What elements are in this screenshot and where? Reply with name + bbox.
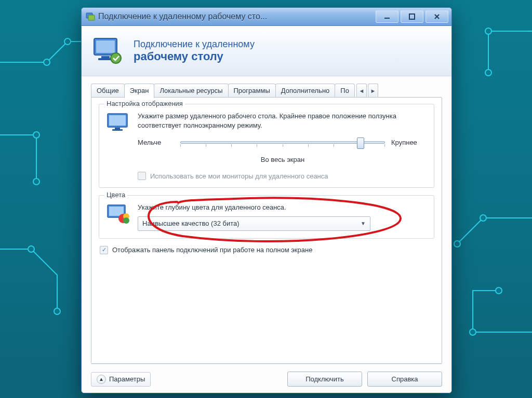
connect-button[interactable]: Подключить xyxy=(287,372,362,387)
tab-overflow[interactable]: По xyxy=(335,84,355,98)
tab-advanced[interactable]: Дополнительно xyxy=(275,84,336,98)
svg-rect-13 xyxy=(88,15,95,20)
header-banner: Подключение к удаленному рабочему столу xyxy=(82,26,451,76)
color-depth-dropdown[interactable]: Наивысшее качество (32 бита) ▼ xyxy=(138,216,370,231)
multimonitor-label: Использовать все мои мониторы для удален… xyxy=(150,172,328,180)
svg-point-4 xyxy=(28,246,34,252)
svg-rect-23 xyxy=(115,128,120,129)
svg-point-29 xyxy=(123,217,129,224)
svg-rect-17 xyxy=(96,40,115,53)
svg-point-10 xyxy=(470,329,476,335)
tabs-bar: Общие Экран Локальные ресурсы Программы … xyxy=(91,83,442,97)
group-display-legend: Настройка отображения xyxy=(104,100,185,107)
chevron-up-icon: ▲ xyxy=(97,375,106,384)
minimize-button[interactable] xyxy=(376,10,398,23)
help-button[interactable]: Справка xyxy=(367,372,442,387)
svg-point-8 xyxy=(480,215,486,221)
options-button-label: Параметры xyxy=(109,375,145,383)
connection-bar-label: Отображать панель подключений при работе… xyxy=(112,246,312,254)
monitor-icon xyxy=(105,112,130,180)
maximize-button[interactable] xyxy=(401,10,423,23)
banner-subtitle: Подключение к удаленному xyxy=(134,39,255,50)
dialog-footer: ▲ Параметры Подключить Справка xyxy=(91,364,442,387)
svg-rect-24 xyxy=(112,129,123,131)
tab-panel-display: Настройка отображения Укажите размер у xyxy=(91,97,442,364)
svg-point-11 xyxy=(496,287,502,294)
group-colors-legend: Цвета xyxy=(104,191,127,199)
colors-description: Укажите глубину цвета для удаленного сеа… xyxy=(138,203,428,212)
slider-thumb[interactable] xyxy=(357,138,364,149)
tabs-scroll-right[interactable]: ► xyxy=(368,84,378,98)
tabs-scroll-left[interactable]: ◄ xyxy=(356,84,367,98)
tab-programs[interactable]: Программы xyxy=(228,84,276,98)
svg-rect-15 xyxy=(409,14,415,19)
svg-point-2 xyxy=(33,132,39,138)
slider-min-label: Мельче xyxy=(138,139,174,146)
chevron-down-icon: ▼ xyxy=(361,221,366,226)
rdp-window: Подключение к удаленному рабочему сто... xyxy=(81,7,452,393)
svg-point-0 xyxy=(44,59,50,65)
svg-point-9 xyxy=(454,241,460,247)
svg-point-1 xyxy=(64,38,71,45)
palette-icon xyxy=(105,203,130,231)
svg-point-20 xyxy=(111,53,121,63)
fullscreen-indicator: Во весь экран xyxy=(138,156,428,163)
rdp-logo-icon xyxy=(92,36,125,65)
tab-general[interactable]: Общие xyxy=(91,84,125,98)
slider-max-label: Крупнее xyxy=(391,139,428,146)
tab-local-resources[interactable]: Локальные ресурсы xyxy=(154,84,228,98)
svg-rect-14 xyxy=(384,18,390,19)
svg-point-3 xyxy=(33,179,39,185)
svg-point-5 xyxy=(54,308,60,314)
close-button[interactable] xyxy=(425,10,448,23)
svg-point-6 xyxy=(485,28,491,34)
group-colors: Цвета Укажите глубину xyxy=(99,195,434,239)
options-toggle-button[interactable]: ▲ Параметры xyxy=(91,372,151,387)
tab-display[interactable]: Экран xyxy=(124,84,155,98)
svg-rect-18 xyxy=(101,56,110,58)
svg-rect-22 xyxy=(109,115,126,126)
resolution-slider[interactable] xyxy=(180,136,385,148)
display-description: Укажите размер удаленного рабочего стола… xyxy=(138,112,428,130)
banner-title: рабочему столу xyxy=(134,50,255,63)
titlebar[interactable]: Подключение к удаленному рабочему сто... xyxy=(82,8,451,26)
rdp-titlebar-icon xyxy=(86,12,95,21)
group-display-config: Настройка отображения Укажите размер у xyxy=(99,104,434,188)
connection-bar-checkbox[interactable] xyxy=(100,246,108,254)
svg-point-7 xyxy=(485,70,491,76)
window-title: Подключение к удаленному рабочему сто... xyxy=(98,12,374,21)
multimonitor-checkbox[interactable] xyxy=(138,172,146,180)
color-depth-value: Наивысшее качество (32 бита) xyxy=(142,219,240,227)
